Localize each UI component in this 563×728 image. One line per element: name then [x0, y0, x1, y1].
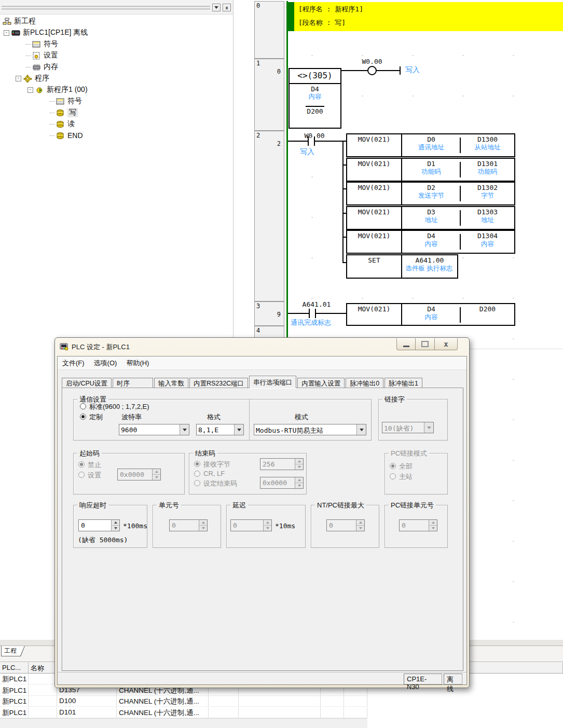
spin-up-icon[interactable] — [112, 520, 119, 526]
spin-down-icon — [199, 526, 207, 531]
tree-item-settings[interactable]: 设置 — [0, 50, 232, 61]
chevron-down-icon — [424, 422, 433, 433]
pc-link-unit-spinner: 0 — [399, 519, 437, 531]
operand-address: D200 — [306, 106, 324, 115]
mov-instruction-block[interactable]: MOV(021) D1 功能码 D1301 功能码 — [346, 158, 515, 182]
group-title: PC链接模式 — [389, 449, 429, 458]
menu-help[interactable]: 帮助(H) — [121, 359, 154, 368]
tab-pulse-output-0[interactable]: 脉冲输出0 — [346, 378, 383, 388]
tree-item-section-write[interactable]: 写 — [0, 107, 232, 118]
tree-item-memory[interactable]: 内存 — [0, 61, 232, 73]
tree-item-program1[interactable]: - 新程序1 (00) — [0, 84, 232, 95]
chevron-down-icon[interactable] — [212, 4, 221, 11]
group-title: NT/PC链接最大 — [315, 501, 366, 510]
compare-instruction-block[interactable]: <>(305) D4 内容 D200 — [289, 68, 341, 129]
rung-number-cell: 1 0 — [254, 59, 284, 131]
docking-grip[interactable] — [2, 7, 210, 9]
symbols-icon — [56, 98, 65, 105]
nt-pc-link-max-spinner: 0 — [326, 519, 365, 531]
output-coil[interactable] — [367, 66, 377, 75]
mov-instruction-block[interactable]: MOV(021) D3 地址 D1303 地址 — [346, 206, 515, 230]
tab-timing[interactable]: 时序 — [113, 378, 153, 388]
minimize-icon — [403, 346, 409, 347]
radio-standard-label: 标准(9600 ; 1,7,2,E) — [89, 402, 149, 411]
spin-down-icon — [356, 526, 364, 531]
radio-set-end-code-label: 设定结束码 — [203, 479, 237, 488]
mov-instruction-block[interactable]: MOV(021) D4 内容 D1304 内容 — [346, 230, 515, 254]
tab-builtin-rs232c[interactable]: 内置RS232C端口 — [189, 378, 248, 388]
contact[interactable] — [309, 309, 310, 318]
mode-select[interactable]: Modbus-RTU简易主站 — [254, 424, 366, 435]
tab-startup-cpu[interactable]: 启动/CPU设置 — [62, 378, 112, 388]
mov-instruction-block[interactable]: MOV(021) D4 内容 D200 — [346, 303, 515, 326]
close-button[interactable]: x — [434, 338, 458, 350]
contact[interactable] — [308, 136, 309, 146]
tree-item-section-read[interactable]: 读 — [0, 118, 232, 130]
tree-item-program1-symbols[interactable]: 符号 — [0, 95, 232, 107]
tab-input-constant[interactable]: 输入常数 — [154, 378, 188, 388]
column-header-name[interactable]: 名称 — [29, 662, 57, 674]
column-header-plc[interactable]: PLC... — [0, 662, 29, 674]
group-title: 结束码 — [193, 449, 217, 458]
plc-settings-icon — [60, 342, 68, 353]
close-panel-button[interactable]: x — [223, 4, 231, 11]
radio-custom-label: 定制 — [89, 413, 103, 422]
tree-panel-header: x — [0, 0, 233, 15]
set-instruction-block[interactable]: SET A641.00 选件板 执行标志 — [346, 254, 458, 279]
menu-file[interactable]: 文件(F) — [58, 359, 89, 368]
contact-comment: 写入 — [300, 147, 314, 157]
watch-table-row[interactable]: 新PLC1 D101 CHANNEL (十六进制,通... — [0, 707, 367, 718]
tree-item-section-end[interactable]: END — [0, 130, 232, 141]
baud-rate-select[interactable]: 9600 — [119, 424, 189, 435]
section-icon — [56, 109, 65, 117]
tab-serial-option-port[interactable]: 串行选项端口 — [249, 376, 296, 388]
radio-standard[interactable] — [80, 403, 86, 409]
instruction-opcode: MOV(021) — [347, 183, 402, 204]
rung-comment[interactable]: [程序名 : 新程序1] [段名称 : 写] — [294, 2, 563, 31]
radio-pc-link-all-label: 全部 — [399, 462, 413, 471]
maximize-button[interactable] — [415, 338, 435, 350]
tree-item-plc[interactable]: - 新PLC1[CP1E] 离线 — [0, 27, 232, 38]
tree-item-program-folder[interactable]: - 程序 — [0, 73, 232, 84]
tree-item-symbols[interactable]: 符号 — [0, 38, 232, 50]
source-comment: 内容 — [399, 313, 463, 322]
link-words-group: 链接字 — [378, 399, 448, 441]
chevron-down-icon[interactable] — [234, 424, 243, 435]
tab-pulse-output-1[interactable]: 脉冲输出1 — [385, 378, 422, 388]
group-title: 单元号 — [157, 501, 181, 510]
chevron-down-icon[interactable] — [356, 424, 366, 435]
section-icon — [56, 132, 65, 140]
format-select[interactable]: 8,1,E — [196, 424, 244, 435]
collapse-icon[interactable]: - — [4, 30, 9, 36]
program-folder-icon — [23, 75, 32, 83]
source-operand: D3 — [402, 208, 460, 216]
collapse-icon[interactable]: - — [16, 76, 21, 81]
baud-rate-label: 波特率 — [121, 413, 142, 422]
collapse-icon[interactable]: - — [28, 87, 33, 93]
response-timeout-spinner[interactable]: 0 — [78, 519, 120, 531]
tree-item-label: END — [67, 131, 83, 140]
chevron-down-icon[interactable] — [180, 424, 189, 435]
minimize-button[interactable] — [396, 338, 416, 350]
radio-pc-link-all — [390, 463, 396, 469]
settings-tab-strip: 启动/CPU设置 时序 输入常数 内置RS232C端口 串行选项端口 内置输入设… — [62, 376, 423, 388]
tab-workspace[interactable]: 工程 — [2, 646, 24, 656]
cx-programmer-screen: x 新工程 - 新PLC1[CP1E] 离线 — [0, 0, 563, 728]
program-name-comment: [程序名 : 新程序1] — [298, 5, 363, 14]
mov-instruction-block[interactable]: MOV(021) D0 通讯地址 D1300 从站地址 — [346, 133, 515, 157]
radio-crlf — [194, 471, 200, 477]
settings-icon — [32, 52, 41, 60]
tab-builtin-input[interactable]: 内置输入设置 — [297, 378, 345, 388]
menu-options[interactable]: 选项(O) — [89, 359, 122, 368]
source-comment: 通讯地址 — [399, 143, 463, 152]
status-cpu-type: CP1E-N30 — [404, 674, 442, 684]
dest-comment: 地址 — [461, 216, 514, 225]
set-operand-comment: 选件板 执行标志 — [398, 264, 460, 273]
spin-down-icon[interactable] — [112, 526, 119, 531]
source-operand: D1 — [402, 160, 460, 168]
radio-custom[interactable] — [80, 414, 86, 420]
watch-table-row[interactable]: 新PLC1 D100 CHANNEL (十六进制,通... — [0, 696, 367, 707]
tree-item-label: 新程序1 (00) — [47, 85, 88, 94]
mov-instruction-block[interactable]: MOV(021) D2 发送字节 D1302 字节 — [346, 182, 515, 205]
tree-item-project[interactable]: 新工程 — [0, 16, 232, 27]
